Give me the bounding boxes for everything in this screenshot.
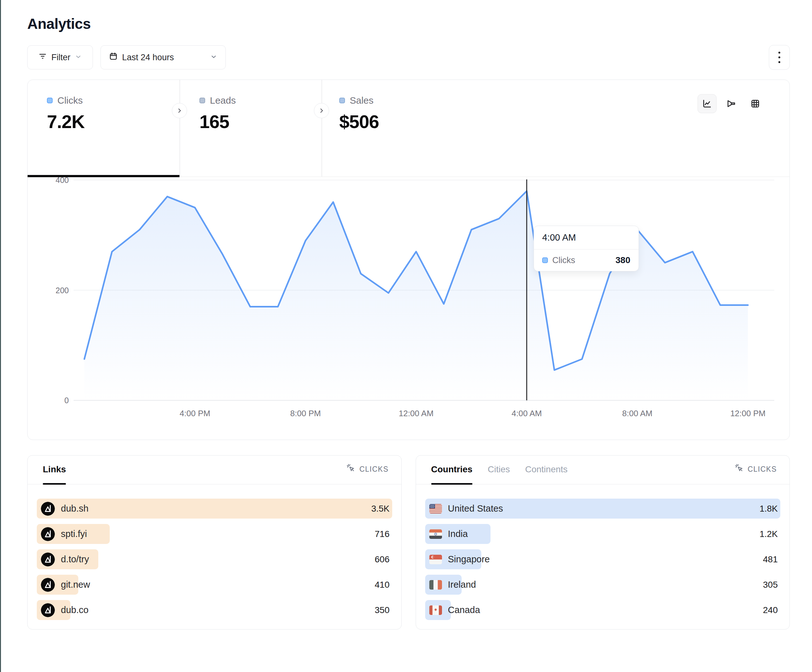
tab-countries[interactable]: Countries — [431, 464, 473, 484]
leads-value: 165 — [200, 111, 321, 132]
list-item[interactable]: dub.co 350 — [37, 600, 392, 620]
expand-clicks-leads-button[interactable] — [172, 103, 187, 118]
row-value: 1.8K — [759, 504, 780, 514]
page-title: Analytics — [27, 15, 790, 32]
sales-tab-label: Sales — [350, 95, 374, 106]
filter-button-label: Filter — [51, 53, 70, 63]
clicks-area-chart[interactable] — [73, 179, 774, 420]
date-range-button[interactable]: Last 24 hours — [101, 45, 226, 70]
cursor-click-icon — [735, 464, 744, 474]
row-label: spti.fyi — [61, 529, 87, 539]
links-metric-label: CLICKS — [359, 465, 388, 474]
dub-favicon — [41, 578, 55, 592]
funnel-view-button[interactable] — [722, 94, 741, 113]
row-label: United States — [448, 503, 503, 514]
links-panel-header: Links CLICKS — [27, 455, 401, 484]
list-item[interactable]: git.new 410 — [37, 575, 392, 595]
row-value: 3.5K — [371, 504, 392, 514]
canada-flag-icon — [429, 605, 442, 615]
tooltip-series-label: Clicks — [552, 256, 575, 265]
tab-leads[interactable]: Leads 165 — [179, 80, 321, 177]
ireland-flag-icon — [429, 580, 442, 590]
row-value: 350 — [375, 605, 392, 615]
active-tab-underline — [27, 175, 179, 177]
list-item[interactable]: India 1.2K — [425, 524, 781, 544]
tab-clicks[interactable]: Clicks 7.2K — [27, 80, 179, 177]
list-item[interactable]: Ireland 305 — [425, 575, 781, 595]
row-label: India — [448, 529, 468, 539]
list-item[interactable]: dub.sh 3.5K — [37, 499, 392, 518]
links-panel: Links CLICKS dub.sh 3.5K spti.fyi 716 — [27, 455, 402, 629]
window-edge-strip — [0, 0, 1, 672]
dub-favicon — [41, 553, 55, 566]
list-item[interactable]: Canada 240 — [425, 600, 781, 620]
tab-cities[interactable]: Cities — [488, 464, 510, 484]
sales-value: $506 — [339, 111, 790, 132]
more-options-button[interactable] — [769, 45, 790, 70]
row-bar — [37, 499, 392, 518]
leads-legend-square — [200, 98, 205, 103]
row-value: 305 — [763, 580, 780, 590]
row-value: 606 — [375, 554, 392, 565]
singapore-flag-icon — [429, 555, 442, 564]
countries-panel-header: Countries Cities Continents CLICKS — [416, 455, 790, 484]
tab-continents[interactable]: Continents — [525, 464, 568, 484]
toolbar: Filter Last 24 hours — [27, 45, 790, 70]
row-label: Canada — [448, 605, 480, 615]
bottom-panels: Links CLICKS dub.sh 3.5K spti.fyi 716 — [27, 455, 790, 629]
countries-metric-label: CLICKS — [748, 465, 777, 474]
dub-favicon — [41, 603, 55, 617]
us-flag-icon — [429, 504, 442, 513]
calendar-icon — [109, 52, 118, 63]
list-item[interactable]: United States 1.8K — [425, 499, 781, 518]
filter-button[interactable]: Filter — [27, 45, 93, 70]
list-item[interactable]: spti.fyi 716 — [37, 524, 392, 544]
dub-favicon — [41, 502, 55, 516]
clicks-value: 7.2K — [47, 111, 179, 132]
stats-tabs-row: Clicks 7.2K Leads 165 Sales $506 — [27, 80, 790, 177]
date-range-label: Last 24 hours — [122, 53, 174, 63]
list-item[interactable]: d.to/try 606 — [37, 549, 392, 569]
clicks-legend-square — [47, 98, 53, 103]
analytics-card: Clicks 7.2K Leads 165 Sales $506 — [27, 80, 790, 440]
countries-panel: Countries Cities Continents CLICKS Unite… — [416, 455, 790, 629]
clicks-chart-area[interactable]: 0200400 4:00 PM8:00 PM12:00 AM4:00 AM8:0… — [27, 177, 790, 439]
india-flag-icon — [429, 529, 442, 539]
cursor-click-icon — [346, 464, 355, 474]
chart-tooltip: 4:00 AM Clicks 380 — [534, 226, 639, 271]
tooltip-legend-square — [542, 258, 548, 263]
table-view-button[interactable] — [746, 94, 765, 113]
chevron-down-icon — [210, 53, 217, 63]
leads-tab-label: Leads — [210, 95, 236, 106]
sales-legend-square — [339, 98, 345, 103]
analytics-page: Analytics Filter Last 24 hours — [27, 0, 790, 629]
row-value: 1.2K — [759, 529, 780, 539]
filter-icon — [38, 52, 47, 63]
links-list: dub.sh 3.5K spti.fyi 716 d.to/try 606 gi… — [27, 484, 401, 620]
links-metric-selector[interactable]: CLICKS — [346, 464, 388, 484]
row-value: 716 — [375, 529, 392, 539]
row-value: 481 — [763, 554, 780, 565]
list-item[interactable]: Singapore 481 — [425, 549, 781, 569]
row-label: Singapore — [448, 554, 490, 565]
chevron-down-icon — [75, 53, 82, 63]
row-label: dub.sh — [61, 503, 89, 514]
row-label: Ireland — [448, 580, 476, 590]
expand-leads-sales-button[interactable] — [314, 103, 329, 118]
row-label: dub.co — [61, 605, 89, 615]
clicks-tab-label: Clicks — [57, 95, 83, 106]
row-value: 410 — [375, 580, 392, 590]
row-label: git.new — [61, 580, 90, 590]
tab-links[interactable]: Links — [43, 464, 66, 484]
countries-list: United States 1.8K India 1.2K Singapore … — [416, 484, 790, 620]
countries-metric-selector[interactable]: CLICKS — [735, 464, 777, 484]
chart-view-toggles — [698, 94, 765, 113]
row-label: d.to/try — [61, 554, 89, 565]
dub-favicon — [41, 527, 55, 541]
tooltip-time: 4:00 AM — [534, 226, 638, 249]
line-chart-view-button[interactable] — [698, 94, 716, 113]
tooltip-value: 380 — [616, 255, 630, 265]
row-value: 240 — [763, 605, 780, 615]
